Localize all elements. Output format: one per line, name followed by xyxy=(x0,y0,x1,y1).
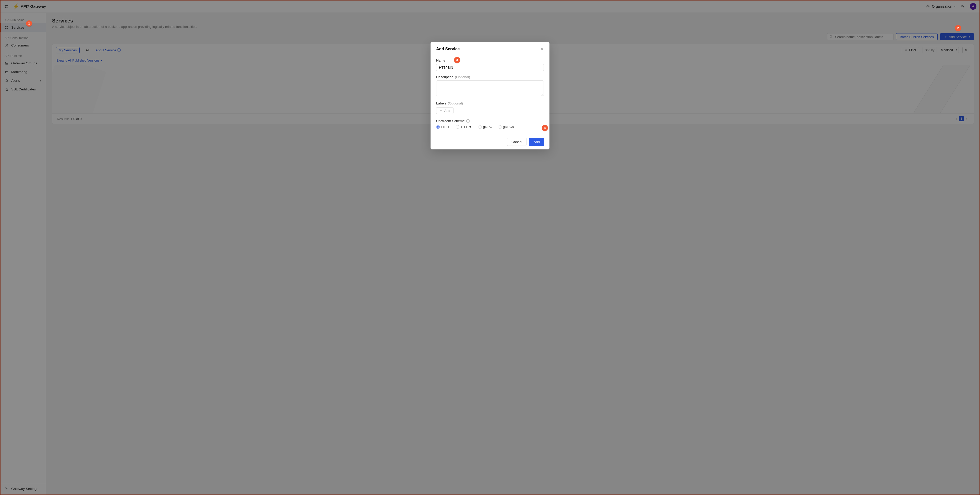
annotation-badge-3: 3 xyxy=(454,57,460,63)
scheme-grpc-radio[interactable]: gRPC xyxy=(478,125,492,129)
modal-overlay: Add Service ✕ Name 3 Description (Option… xyxy=(0,0,980,495)
description-label: Description (Optional) xyxy=(436,75,544,79)
close-icon[interactable]: ✕ xyxy=(541,47,544,51)
annotation-badge-2: 2 xyxy=(955,25,961,31)
add-label-button[interactable]: ＋ Add xyxy=(436,107,453,114)
plus-icon: ＋ xyxy=(439,108,443,113)
scheme-https-radio[interactable]: HTTPS xyxy=(456,125,472,129)
upstream-scheme-label: Upstream Scheme i xyxy=(436,119,544,123)
name-label: Name xyxy=(436,59,544,62)
labels-label: Labels (Optional) xyxy=(436,101,544,105)
description-input[interactable] xyxy=(436,80,544,96)
name-input[interactable] xyxy=(436,64,544,71)
modal-title: Add Service xyxy=(436,47,460,51)
scheme-http-radio[interactable]: HTTP xyxy=(436,125,450,129)
submit-button[interactable]: Add xyxy=(529,138,544,146)
scheme-grpcs-radio[interactable]: gRPCs xyxy=(498,125,514,129)
annotation-badge-4: 4 xyxy=(542,125,548,131)
annotation-badge-1: 1 xyxy=(26,21,32,27)
cancel-button[interactable]: Cancel xyxy=(507,138,527,146)
info-icon[interactable]: i xyxy=(466,119,470,123)
add-service-modal: Add Service ✕ Name 3 Description (Option… xyxy=(431,42,549,149)
